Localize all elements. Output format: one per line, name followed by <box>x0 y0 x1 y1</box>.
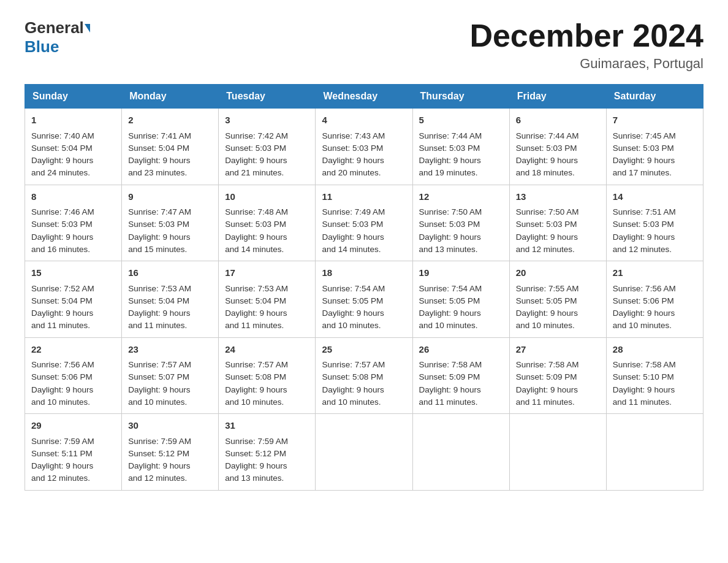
daylight-text: Daylight: 9 hours <box>419 308 481 318</box>
logo-general: General <box>25 18 84 37</box>
daylight-text: Daylight: 9 hours <box>128 232 190 242</box>
daylight-minutes-text: and 10 minutes. <box>31 397 90 407</box>
logo-blue: Blue <box>25 37 59 56</box>
days-header-row: SundayMondayTuesdayWednesdayThursdayFrid… <box>25 85 703 109</box>
header-friday: Friday <box>509 85 606 109</box>
calendar-cell: 31Sunrise: 7:59 AMSunset: 5:12 PMDayligh… <box>219 414 316 491</box>
day-number: 15 <box>31 266 115 280</box>
daylight-text: Daylight: 9 hours <box>225 308 287 318</box>
calendar-cell: 27Sunrise: 7:58 AMSunset: 5:09 PMDayligh… <box>509 337 606 414</box>
daylight-minutes-text: and 12 minutes. <box>128 473 187 483</box>
day-number: 18 <box>322 266 406 280</box>
calendar-cell: 10Sunrise: 7:48 AMSunset: 5:03 PMDayligh… <box>219 185 316 261</box>
daylight-minutes-text: and 12 minutes. <box>516 245 575 254</box>
daylight-minutes-text: and 12 minutes. <box>31 473 90 483</box>
daylight-text: Daylight: 9 hours <box>419 156 481 165</box>
daylight-minutes-text: and 24 minutes. <box>31 168 90 177</box>
daylight-text: Daylight: 9 hours <box>225 156 287 165</box>
sunrise-text: Sunrise: 7:47 AM <box>128 207 191 216</box>
daylight-text: Daylight: 9 hours <box>613 156 675 165</box>
sunset-text: Sunset: 5:03 PM <box>31 220 93 229</box>
daylight-minutes-text: and 11 minutes. <box>516 397 575 407</box>
day-number: 26 <box>419 343 503 357</box>
daylight-minutes-text: and 20 minutes. <box>322 168 381 177</box>
week-row-5: 29Sunrise: 7:59 AMSunset: 5:11 PMDayligh… <box>25 414 703 491</box>
day-number: 10 <box>225 190 309 204</box>
calendar-cell: 12Sunrise: 7:50 AMSunset: 5:03 PMDayligh… <box>412 185 509 261</box>
daylight-minutes-text: and 11 minutes. <box>225 321 284 330</box>
daylight-text: Daylight: 9 hours <box>516 156 578 165</box>
daylight-text: Daylight: 9 hours <box>516 385 578 394</box>
daylight-minutes-text: and 18 minutes. <box>516 168 575 177</box>
sunset-text: Sunset: 5:04 PM <box>225 296 286 305</box>
logo-triangle-icon <box>85 24 90 33</box>
daylight-text: Daylight: 9 hours <box>31 308 93 318</box>
calendar-cell: 16Sunrise: 7:53 AMSunset: 5:04 PMDayligh… <box>122 261 219 338</box>
calendar-cell: 30Sunrise: 7:59 AMSunset: 5:12 PMDayligh… <box>122 414 219 491</box>
daylight-text: Daylight: 9 hours <box>31 156 93 165</box>
week-row-1: 1Sunrise: 7:40 AMSunset: 5:04 PMDaylight… <box>25 109 703 185</box>
header-thursday: Thursday <box>412 85 509 109</box>
day-number: 27 <box>516 343 600 357</box>
daylight-minutes-text: and 10 minutes. <box>516 321 575 330</box>
calendar-table: SundayMondayTuesdayWednesdayThursdayFrid… <box>25 84 703 491</box>
calendar-cell: 3Sunrise: 7:42 AMSunset: 5:03 PMDaylight… <box>219 109 316 185</box>
sunrise-text: Sunrise: 7:54 AM <box>322 284 385 293</box>
day-number: 24 <box>225 343 309 357</box>
sunrise-text: Sunrise: 7:52 AM <box>31 284 94 293</box>
sunset-text: Sunset: 5:11 PM <box>31 449 93 458</box>
calendar-cell: 13Sunrise: 7:50 AMSunset: 5:03 PMDayligh… <box>509 185 606 261</box>
daylight-minutes-text: and 13 minutes. <box>419 245 478 254</box>
sunrise-text: Sunrise: 7:59 AM <box>31 437 94 446</box>
day-number: 2 <box>128 113 212 128</box>
sunset-text: Sunset: 5:06 PM <box>613 296 674 305</box>
sunrise-text: Sunrise: 7:43 AM <box>322 131 385 140</box>
calendar-cell: 21Sunrise: 7:56 AMSunset: 5:06 PMDayligh… <box>606 261 703 338</box>
sunset-text: Sunset: 5:10 PM <box>613 372 674 381</box>
calendar-cell: 15Sunrise: 7:52 AMSunset: 5:04 PMDayligh… <box>25 261 122 338</box>
sunrise-text: Sunrise: 7:59 AM <box>128 437 191 446</box>
sunset-text: Sunset: 5:05 PM <box>322 296 383 305</box>
daylight-text: Daylight: 9 hours <box>128 461 190 470</box>
calendar-cell: 22Sunrise: 7:56 AMSunset: 5:06 PMDayligh… <box>25 337 122 414</box>
sunrise-text: Sunrise: 7:56 AM <box>613 284 676 293</box>
daylight-minutes-text: and 10 minutes. <box>613 321 672 330</box>
sunset-text: Sunset: 5:05 PM <box>516 296 577 305</box>
sunrise-text: Sunrise: 7:44 AM <box>419 131 482 140</box>
daylight-text: Daylight: 9 hours <box>613 232 675 242</box>
title-section: December 2024 Guimaraes, Portugal <box>469 18 703 72</box>
daylight-text: Daylight: 9 hours <box>31 232 93 242</box>
day-number: 3 <box>225 113 309 128</box>
calendar-cell: 28Sunrise: 7:58 AMSunset: 5:10 PMDayligh… <box>606 337 703 414</box>
daylight-minutes-text: and 21 minutes. <box>225 168 284 177</box>
sunset-text: Sunset: 5:03 PM <box>613 220 674 229</box>
day-number: 22 <box>31 343 115 357</box>
sunrise-text: Sunrise: 7:50 AM <box>419 207 482 216</box>
sunrise-text: Sunrise: 7:53 AM <box>225 284 288 293</box>
day-number: 14 <box>613 190 697 204</box>
calendar-cell: 25Sunrise: 7:57 AMSunset: 5:08 PMDayligh… <box>316 337 412 414</box>
daylight-text: Daylight: 9 hours <box>322 385 384 394</box>
sunrise-text: Sunrise: 7:54 AM <box>419 284 482 293</box>
daylight-minutes-text: and 19 minutes. <box>419 168 478 177</box>
daylight-text: Daylight: 9 hours <box>322 232 384 242</box>
day-number: 8 <box>31 190 115 204</box>
week-row-4: 22Sunrise: 7:56 AMSunset: 5:06 PMDayligh… <box>25 337 703 414</box>
header-monday: Monday <box>122 85 219 109</box>
sunrise-text: Sunrise: 7:57 AM <box>322 360 385 369</box>
calendar-cell: 1Sunrise: 7:40 AMSunset: 5:04 PMDaylight… <box>25 109 122 185</box>
sunset-text: Sunset: 5:04 PM <box>128 144 189 153</box>
daylight-minutes-text: and 11 minutes. <box>613 397 672 407</box>
day-number: 6 <box>516 113 600 128</box>
sunset-text: Sunset: 5:08 PM <box>225 372 286 381</box>
daylight-minutes-text: and 15 minutes. <box>128 245 187 254</box>
daylight-text: Daylight: 9 hours <box>516 232 578 242</box>
sunset-text: Sunset: 5:03 PM <box>419 220 480 229</box>
calendar-cell: 17Sunrise: 7:53 AMSunset: 5:04 PMDayligh… <box>219 261 316 338</box>
calendar-cell: 7Sunrise: 7:45 AMSunset: 5:03 PMDaylight… <box>606 109 703 185</box>
sunrise-text: Sunrise: 7:50 AM <box>516 207 579 216</box>
sunset-text: Sunset: 5:03 PM <box>322 220 383 229</box>
daylight-text: Daylight: 9 hours <box>516 308 578 318</box>
daylight-minutes-text: and 14 minutes. <box>322 245 381 254</box>
day-number: 9 <box>128 190 212 204</box>
